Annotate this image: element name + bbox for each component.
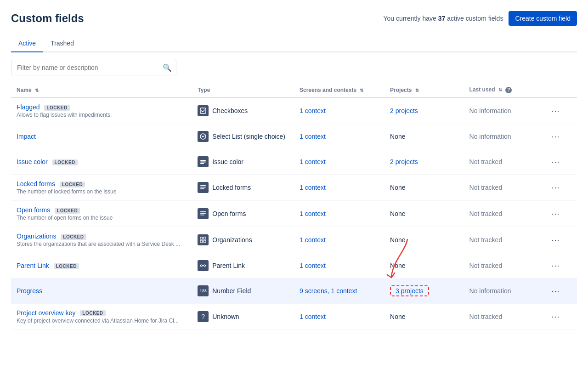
projects-link[interactable]: 2 projects: [390, 158, 418, 165]
svg-rect-12: [204, 237, 206, 239]
type-icon: 123: [198, 285, 209, 296]
actions-cell: ⋯: [543, 124, 577, 149]
screens-cell: 1 context: [294, 253, 384, 278]
context-link[interactable]: 1 context: [300, 262, 326, 269]
field-name-cell: Issue color LOCKED: [11, 149, 192, 175]
more-options-button[interactable]: ⋯: [548, 310, 562, 324]
projects-none: None: [390, 236, 405, 244]
screens-sort-icon[interactable]: ⇅: [360, 88, 363, 93]
projects-cell: None: [384, 253, 464, 278]
field-name-link[interactable]: Open forms: [17, 206, 50, 214]
active-fields-count: 37: [438, 15, 446, 22]
context-link[interactable]: 1 context: [300, 133, 326, 140]
more-options-button[interactable]: ⋯: [548, 181, 562, 194]
screens-cell: 1 context: [294, 201, 384, 227]
last-used-cell: No information: [464, 278, 543, 304]
actions-cell: ⋯: [543, 253, 577, 278]
actions-cell: ⋯: [543, 201, 577, 227]
screens-cell: 1 context: [294, 149, 384, 175]
name-sort-icon[interactable]: ⇅: [35, 88, 39, 93]
more-options-button[interactable]: ⋯: [548, 284, 562, 298]
locked-badge: LOCKED: [54, 263, 79, 269]
locked-badge: LOCKED: [60, 182, 85, 187]
field-type-cell: Locked forms: [192, 175, 294, 201]
projects-cell: None: [384, 304, 464, 330]
active-fields-prefix: You currently have: [383, 15, 438, 22]
field-name-cell: Impact: [11, 124, 192, 149]
last-used-value: Not tracked: [469, 210, 503, 217]
field-name-link[interactable]: Impact: [17, 133, 36, 140]
search-input[interactable]: [11, 60, 176, 75]
field-type-cell: Select List (single choice): [192, 124, 294, 149]
field-name-link[interactable]: Progress: [17, 287, 42, 295]
last-used-value: Not tracked: [469, 158, 503, 165]
more-options-button[interactable]: ⋯: [548, 155, 562, 169]
field-type-cell: 123 Number Field: [192, 278, 294, 304]
context-link[interactable]: 9 screens, 1 context: [300, 287, 357, 295]
last-used-cell: No information: [464, 97, 543, 124]
table-row: Project overview key LOCKED Key of proje…: [11, 304, 577, 330]
field-name-link[interactable]: Organizations: [17, 233, 56, 240]
last-used-value: No information: [469, 287, 511, 295]
actions-cell: ⋯: [543, 227, 577, 253]
field-description: Key of project overview connected via At…: [17, 318, 187, 324]
last-used-help-icon[interactable]: ?: [505, 87, 512, 93]
more-options-button[interactable]: ⋯: [548, 207, 562, 221]
active-fields-text: You currently have 37 active custom fiel…: [383, 15, 503, 22]
last-used-cell: Not tracked: [464, 304, 543, 330]
tab-trashed[interactable]: Trashed: [43, 35, 81, 52]
context-link[interactable]: 1 context: [300, 107, 326, 114]
svg-rect-14: [204, 240, 206, 243]
lastused-sort-icon[interactable]: ⇅: [498, 87, 502, 92]
table-row: Issue color LOCKED Issue color 1 context…: [11, 149, 577, 175]
tab-active[interactable]: Active: [11, 35, 43, 52]
type-icon: [198, 105, 209, 116]
projects-cell: 2 projects: [384, 97, 464, 124]
page-header: Custom fields You currently have 37 acti…: [11, 11, 577, 26]
col-header-screens: Screens and contexts ⇅: [294, 83, 384, 97]
col-header-name: Name ⇅: [11, 83, 192, 97]
field-name-link[interactable]: Flagged: [17, 103, 40, 111]
type-icon: [198, 156, 209, 167]
col-header-type: Type: [192, 83, 294, 97]
table-header: Name ⇅ Type Screens and contexts ⇅ Proje…: [11, 83, 577, 97]
last-used-cell: Not tracked: [464, 175, 543, 201]
actions-cell: ⋯: [543, 175, 577, 201]
search-container: 🔍: [11, 60, 176, 75]
field-name-cell: Parent Link LOCKED: [11, 253, 192, 278]
type-cell: ? Unknown: [198, 311, 288, 322]
page-title: Custom fields: [11, 12, 84, 25]
more-options-button[interactable]: ⋯: [548, 233, 562, 247]
screens-cell: 1 context: [294, 124, 384, 149]
table-row: Parent Link LOCKED Parent Link 1 context…: [11, 253, 577, 278]
projects-link-dashed[interactable]: 3 projects: [390, 285, 429, 296]
context-link[interactable]: 1 context: [300, 184, 326, 191]
field-type-cell: Organizations: [192, 227, 294, 253]
field-name-link[interactable]: Parent Link: [17, 262, 49, 269]
type-icon: [198, 131, 209, 142]
actions-cell: ⋯: [543, 278, 577, 304]
type-label: Parent Link: [212, 262, 245, 269]
col-header-last-used: Last used ⇅ ?: [464, 83, 543, 97]
context-link[interactable]: 1 context: [300, 236, 326, 244]
create-custom-field-button[interactable]: Create custom field: [509, 11, 577, 26]
actions-cell: ⋯: [543, 97, 577, 124]
table-row: Locked forms LOCKED The number of locked…: [11, 175, 577, 201]
table-row: Flagged LOCKED Allows to flag issues wit…: [11, 97, 577, 124]
field-name-link[interactable]: Issue color: [17, 158, 48, 165]
context-link[interactable]: 1 context: [300, 313, 326, 320]
context-link[interactable]: 1 context: [300, 210, 326, 217]
more-options-button[interactable]: ⋯: [548, 130, 562, 143]
context-link[interactable]: 1 context: [300, 158, 326, 165]
type-cell: Locked forms: [198, 182, 288, 193]
projects-cell: None: [384, 124, 464, 149]
field-name-link[interactable]: Locked forms: [17, 180, 55, 187]
projects-link[interactable]: 2 projects: [390, 107, 418, 114]
last-used-value: No information: [469, 133, 511, 140]
field-name-link[interactable]: Project overview key: [17, 309, 75, 317]
more-options-button[interactable]: ⋯: [548, 259, 562, 272]
locked-badge: LOCKED: [44, 105, 69, 111]
projects-sort-icon[interactable]: ⇅: [415, 88, 419, 93]
field-name-cell: Progress: [11, 278, 192, 304]
more-options-button[interactable]: ⋯: [548, 104, 562, 118]
